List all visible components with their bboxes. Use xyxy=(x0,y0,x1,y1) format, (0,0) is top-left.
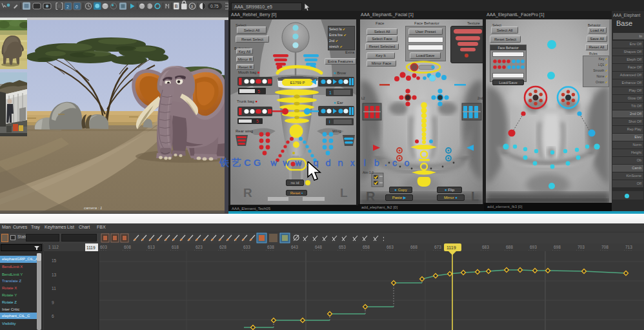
svg-text:0: 0 xyxy=(75,5,78,9)
svg-text:5: 5 xyxy=(256,119,259,123)
svg-text:1: 1 xyxy=(329,90,332,95)
svg-text:a: a xyxy=(190,4,193,8)
svg-text:0.75: 0.75 xyxy=(210,4,219,8)
svg-text:B: B xyxy=(175,4,178,8)
svg-text:1119: 1119 xyxy=(447,245,456,250)
svg-text:2: 2 xyxy=(66,5,69,9)
svg-text:5: 5 xyxy=(257,89,260,94)
